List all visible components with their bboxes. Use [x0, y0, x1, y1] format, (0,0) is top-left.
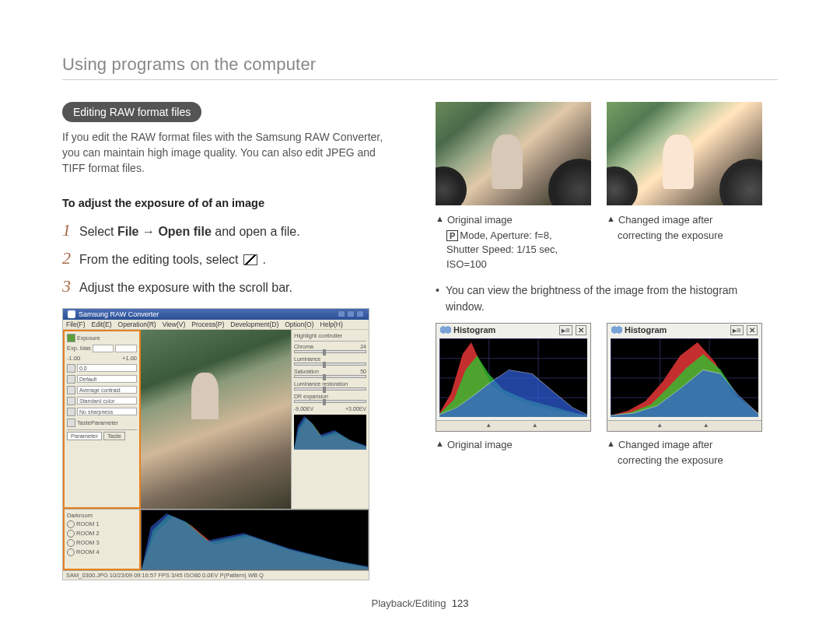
radio-option[interactable]: ROOM 3 — [67, 539, 137, 547]
step-prefix: Select — [79, 225, 117, 238]
svg-marker-2 — [294, 416, 366, 450]
page-footer: Playback/Editing 123 — [0, 597, 840, 609]
step-text: Select File → Open file and open a file. — [79, 223, 300, 240]
step-number: 1 — [62, 220, 79, 240]
histogram-footer — [436, 420, 590, 431]
minimize-icon[interactable] — [338, 310, 345, 317]
photo-comparison — [436, 102, 778, 205]
caption-text: Original image — [447, 213, 513, 227]
tool-icon[interactable] — [67, 397, 75, 405]
dropdown[interactable]: Standard color — [77, 397, 137, 405]
menu-item[interactable]: Option(O) — [285, 321, 313, 328]
exposure-tool-icon — [243, 254, 257, 265]
histogram-label: Histogram — [453, 325, 495, 335]
histogram-original: Histogram ▸≡✕ — [436, 323, 591, 432]
histogram-label: Histogram — [625, 325, 667, 335]
page-header: Using programs on the computer — [62, 54, 778, 80]
caption: ▲Changed image after — [607, 213, 762, 227]
menu-item[interactable]: Development(D) — [230, 321, 278, 328]
radio-option[interactable]: ROOM 1 — [67, 520, 137, 528]
tool-icon[interactable] — [67, 419, 75, 427]
close-icon[interactable]: ✕ — [576, 325, 586, 335]
dropdown[interactable]: No sharpness — [77, 408, 137, 415]
left-tools-panel: Exposure Exp. bias -1.00+1.00 0.0 Defaul… — [63, 330, 141, 509]
close-icon[interactable]: ✕ — [747, 325, 758, 335]
step-bold: File — [117, 225, 139, 238]
dropdown[interactable]: Average contrast — [77, 386, 137, 394]
dropdown[interactable]: Default — [77, 375, 137, 383]
caption-text: Changed image after — [618, 213, 712, 227]
value-label: -1.00 — [67, 355, 80, 362]
right-adjust-panel: Highlight controller Chroma 24 Luminance… — [291, 330, 369, 509]
tab[interactable]: Taste — [103, 432, 125, 440]
tool-label: Exposure — [77, 335, 100, 341]
menu-item[interactable]: File(F) — [66, 321, 86, 328]
caption: ▲Original image — [436, 438, 591, 452]
caption-sub: ISO=100 — [436, 257, 591, 271]
caption-sub: PMode, Aperture: f=8, — [436, 229, 591, 243]
triangle-up-icon: ▲ — [436, 438, 444, 452]
subheading: To adjust the exposure of of an image — [62, 197, 389, 209]
menu-icon[interactable]: ▸≡ — [559, 325, 572, 335]
step-number: 2 — [62, 248, 79, 268]
bottom-panels: Darkroom ROOM 1 ROOM 2 ROOM 3 ROOM 4 — [63, 509, 369, 570]
window-buttons — [338, 310, 364, 317]
menu-item[interactable]: Operation(R) — [118, 321, 156, 328]
step-2: 2 From the editing tools, select . — [62, 248, 389, 268]
step-bold: Open file — [158, 225, 211, 238]
changed-image-block — [607, 102, 762, 205]
maximize-icon[interactable] — [347, 310, 355, 317]
caption: ▲Original image — [436, 213, 591, 227]
dropdown[interactable]: 0.0 — [77, 364, 137, 372]
arrow-icon: → — [138, 225, 158, 238]
mini-histogram — [294, 415, 366, 450]
preview-image — [141, 330, 291, 509]
butterfly-icon — [440, 325, 451, 335]
svg-marker-5 — [142, 513, 368, 569]
tool-icon[interactable] — [67, 386, 75, 394]
value-field[interactable] — [115, 345, 137, 352]
close-icon[interactable] — [356, 310, 364, 317]
histogram-changed: Histogram ▸≡✕ — [607, 323, 762, 432]
p-mode-icon: P — [446, 230, 458, 241]
slider[interactable]: DR expansion — [294, 394, 366, 403]
triangle-up-icon: ▲ — [607, 213, 615, 227]
tab[interactable]: Parameter — [67, 432, 102, 440]
triangle-up-icon: ▲ — [436, 213, 444, 227]
panel-title: Highlight controller — [294, 332, 366, 342]
menu-icon[interactable]: ▸≡ — [730, 325, 744, 335]
status-bar: SAM_0300.JPG 10/23/09 09:16:57 FPS 3/45 … — [63, 570, 369, 580]
caption-sub: Shutter Speed: 1/15 sec, — [436, 243, 591, 257]
tool-icon[interactable] — [67, 364, 75, 373]
value-field[interactable] — [93, 345, 114, 352]
radio-option[interactable]: ROOM 4 — [67, 548, 137, 556]
slider[interactable]: Chroma 24 — [294, 344, 366, 353]
caption-text: Changed image after — [618, 438, 712, 452]
photo-captions-row: ▲Original image PMode, Aperture: f=8, Sh… — [436, 213, 778, 271]
tool-label: TasteParameter — [77, 419, 118, 426]
slider[interactable]: Saturation 50 — [294, 369, 366, 378]
original-photo — [436, 102, 591, 205]
step-body: From the editing tools, select — [79, 253, 242, 266]
tool-icon[interactable] — [67, 334, 75, 342]
menu-item[interactable]: Process(P) — [191, 321, 224, 328]
note-bullet: • You can view the brightness of the ima… — [436, 282, 778, 315]
bullet-icon: • — [436, 282, 439, 315]
menu-item[interactable]: View(V) — [163, 321, 186, 328]
histogram-graph — [611, 338, 758, 417]
histogram-comparison: Histogram ▸≡✕ Histogram — [436, 323, 778, 432]
radio-option[interactable]: ROOM 2 — [67, 530, 137, 538]
tool-icon[interactable] — [67, 375, 75, 384]
step-text: Adjust the exposure with the scroll bar. — [79, 279, 292, 296]
slider[interactable]: Luminance — [294, 356, 366, 366]
window-titlebar: Samsung RAW Converter — [63, 309, 369, 320]
app-screenshot: Samsung RAW Converter File(F) Edit(E) Op… — [62, 308, 369, 580]
tool-icon[interactable] — [67, 408, 75, 416]
histogram-titlebar: Histogram ▸≡✕ — [436, 324, 590, 335]
histogram-graph — [439, 338, 587, 417]
slider[interactable]: Luminance restoration — [294, 381, 366, 391]
footer-page-number: 123 — [452, 597, 469, 609]
caption-text: Original image — [447, 438, 513, 452]
menu-item[interactable]: Help(H) — [320, 321, 343, 328]
menu-item[interactable]: Edit(E) — [92, 321, 112, 328]
